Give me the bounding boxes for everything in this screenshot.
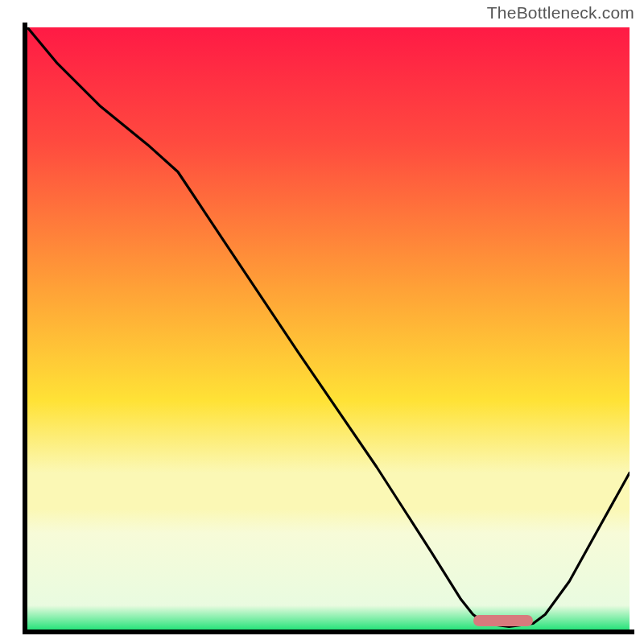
y-axis [23,23,27,634]
svg-rect-0 [27,27,630,630]
watermark-text: TheBottleneck.com [487,3,634,23]
optimal-range-marker [473,615,534,626]
chart-canvas: TheBottleneck.com [0,0,644,644]
x-axis [23,630,634,634]
plot-area [27,27,630,630]
